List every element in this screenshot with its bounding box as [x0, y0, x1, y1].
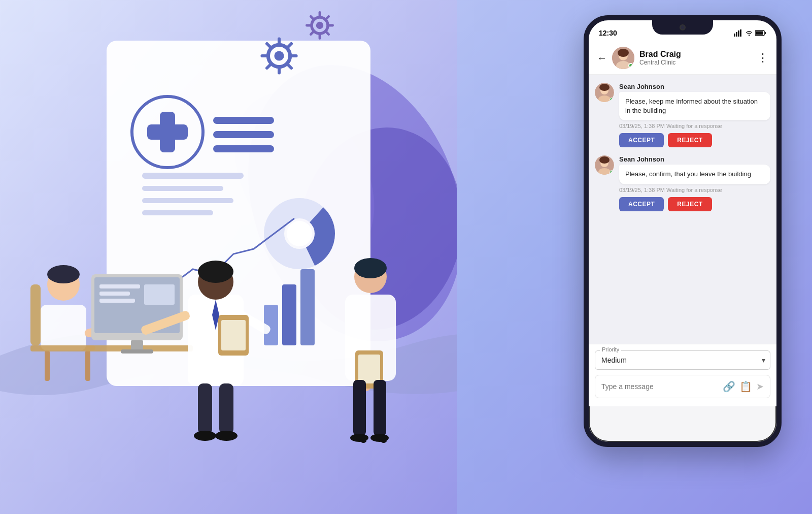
svg-rect-63 — [221, 320, 246, 350]
sender-avatar-2 — [595, 155, 614, 175]
message-item-1: Sean Johnson Please, keep me informed ab… — [595, 83, 770, 147]
svg-rect-10 — [213, 131, 274, 138]
svg-rect-8 — [142, 210, 213, 215]
wifi-icon — [745, 30, 753, 36]
chat-messages-area: Sean Johnson Please, keep me informed ab… — [589, 75, 776, 344]
svg-rect-57 — [121, 349, 153, 354]
phone-wrapper: 12:30 — [584, 15, 782, 498]
message-content-2: Sean Johnson Please, confirm, that you l… — [619, 155, 770, 211]
svg-rect-55 — [144, 284, 175, 305]
contact-name: Brad Craig — [639, 50, 752, 59]
svg-line-29 — [288, 44, 291, 47]
svg-rect-11 — [213, 145, 274, 152]
svg-point-32 — [316, 22, 323, 29]
send-button[interactable]: ➤ — [756, 381, 764, 392]
message-actions-2: ACCEPT REJECT — [619, 197, 770, 211]
header-avatar — [612, 47, 634, 69]
svg-line-38 — [326, 32, 329, 35]
svg-line-37 — [311, 16, 313, 19]
svg-rect-9 — [213, 117, 274, 124]
svg-rect-85 — [740, 29, 741, 37]
chat-header: ← Brad Craig Central Clinic ⋮ — [589, 42, 776, 75]
sender-name-1: Sean Johnson — [619, 83, 770, 90]
svg-point-92 — [618, 49, 629, 57]
svg-point-96 — [599, 84, 610, 91]
online-indicator — [628, 63, 633, 68]
priority-select-wrapper: Priority Low Medium High Urgent ▾ — [595, 350, 770, 370]
illustration-area — [0, 0, 467, 514]
svg-rect-76 — [353, 380, 366, 436]
message-meta-2: 03/19/25, 1:38 PM Waiting for a response — [619, 187, 770, 193]
svg-rect-7 — [142, 198, 233, 203]
message-bubble-1: Please, keep me informed about the situa… — [619, 92, 770, 120]
message-bubble-2: Please, confirm, that you leave the buil… — [619, 165, 770, 184]
phone-frame: 12:30 — [584, 15, 782, 447]
message-actions-1: ACCEPT REJECT — [619, 133, 770, 147]
svg-rect-83 — [736, 32, 737, 37]
accept-button-2[interactable]: ACCEPT — [619, 197, 664, 211]
svg-line-28 — [288, 65, 291, 68]
svg-point-80 — [381, 439, 387, 443]
battery-icon — [755, 30, 766, 36]
svg-point-17 — [287, 221, 312, 246]
svg-rect-42 — [45, 350, 50, 381]
svg-rect-20 — [300, 269, 315, 345]
svg-rect-77 — [374, 380, 386, 436]
svg-rect-53 — [99, 292, 130, 296]
priority-select[interactable]: Low Medium High Urgent — [595, 350, 770, 370]
chat-input-area: Priority Low Medium High Urgent ▾ 🔗 📋 ➤ — [589, 344, 776, 406]
input-action-icons: 🔗 📋 ➤ — [723, 380, 764, 393]
more-button[interactable]: ⋮ — [757, 51, 768, 65]
message-item-2: Sean Johnson Please, confirm, that you l… — [595, 155, 770, 211]
svg-point-47 — [47, 265, 80, 283]
svg-rect-52 — [99, 284, 140, 288]
svg-point-81 — [360, 439, 366, 443]
svg-rect-87 — [756, 31, 763, 35]
svg-rect-56 — [131, 340, 143, 350]
back-button[interactable]: ← — [597, 52, 607, 64]
status-icons — [734, 29, 766, 37]
svg-line-39 — [326, 16, 329, 19]
header-info: Brad Craig Central Clinic — [639, 50, 752, 66]
message-input[interactable] — [601, 382, 719, 391]
svg-line-30 — [267, 65, 270, 68]
attachment-icon[interactable]: 🔗 — [723, 380, 735, 393]
phone-notch — [652, 20, 713, 35]
svg-rect-5 — [142, 173, 244, 179]
sender-online-dot-2 — [610, 170, 614, 175]
sender-avatar-1 — [595, 83, 614, 102]
svg-point-100 — [599, 156, 610, 164]
svg-point-67 — [194, 431, 216, 441]
svg-rect-45 — [41, 305, 86, 350]
signal-icon — [734, 29, 743, 37]
template-icon[interactable]: 📋 — [739, 380, 752, 393]
sender-online-dot-1 — [610, 98, 614, 102]
reject-button-2[interactable]: REJECT — [668, 197, 712, 211]
svg-rect-54 — [99, 299, 135, 303]
svg-rect-84 — [738, 30, 739, 37]
svg-rect-6 — [142, 186, 223, 191]
svg-point-60 — [198, 261, 233, 283]
svg-rect-75 — [358, 355, 380, 383]
message-meta-1: 03/19/25, 1:38 PM Waiting for a response — [619, 123, 770, 129]
svg-rect-43 — [85, 350, 90, 381]
contact-clinic: Central Clinic — [639, 59, 752, 66]
phone-camera — [680, 24, 686, 30]
svg-point-22 — [274, 51, 284, 60]
sender-name-2: Sean Johnson — [619, 155, 770, 163]
priority-label: Priority — [600, 346, 621, 352]
message-input-row: 🔗 📋 ➤ — [595, 375, 770, 398]
svg-line-27 — [267, 44, 270, 47]
svg-rect-19 — [282, 284, 296, 345]
svg-rect-49 — [30, 345, 193, 351]
svg-line-40 — [311, 32, 313, 35]
svg-point-72 — [354, 258, 387, 278]
svg-point-68 — [215, 431, 238, 441]
svg-rect-66 — [219, 383, 233, 434]
svg-rect-44 — [30, 284, 41, 345]
accept-button-1[interactable]: ACCEPT — [619, 133, 664, 147]
svg-rect-88 — [765, 32, 766, 34]
svg-rect-14 — [147, 124, 188, 140]
status-time: 12:30 — [599, 29, 617, 37]
reject-button-1[interactable]: REJECT — [668, 133, 712, 147]
